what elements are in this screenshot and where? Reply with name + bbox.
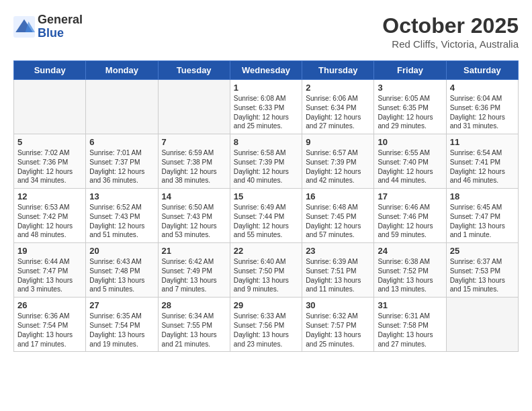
day-number: 20 xyxy=(89,246,154,256)
calendar-cell: 26Sunrise: 6:36 AM Sunset: 7:54 PM Dayli… xyxy=(14,298,86,352)
cell-text: Sunrise: 7:02 AM Sunset: 7:36 PM Dayligh… xyxy=(17,148,82,185)
day-number: 19 xyxy=(17,246,82,256)
cell-text: Sunrise: 6:35 AM Sunset: 7:54 PM Dayligh… xyxy=(89,312,154,349)
day-number: 28 xyxy=(162,300,226,310)
cell-text: Sunrise: 6:08 AM Sunset: 6:33 PM Dayligh… xyxy=(234,94,298,131)
calendar-cell: 6Sunrise: 7:01 AM Sunset: 7:37 PM Daylig… xyxy=(86,134,158,189)
calendar-cell: 5Sunrise: 7:02 AM Sunset: 7:36 PM Daylig… xyxy=(14,134,86,189)
day-number: 21 xyxy=(162,246,226,256)
day-number: 26 xyxy=(17,300,82,310)
day-number: 27 xyxy=(89,300,154,310)
calendar-week-row: 12Sunrise: 6:53 AM Sunset: 7:42 PM Dayli… xyxy=(14,189,519,243)
weekday-header-thursday: Thursday xyxy=(302,61,374,80)
calendar-cell: 10Sunrise: 6:55 AM Sunset: 7:40 PM Dayli… xyxy=(374,134,446,189)
logo: General Blue xyxy=(13,13,83,40)
day-number: 29 xyxy=(234,300,298,310)
weekday-header-sunday: Sunday xyxy=(14,61,86,80)
cell-text: Sunrise: 6:33 AM Sunset: 7:56 PM Dayligh… xyxy=(234,312,298,349)
cell-text: Sunrise: 6:57 AM Sunset: 7:39 PM Dayligh… xyxy=(306,148,370,185)
cell-text: Sunrise: 6:34 AM Sunset: 7:55 PM Dayligh… xyxy=(162,312,226,349)
day-number: 12 xyxy=(17,191,82,201)
calendar-cell: 2Sunrise: 6:06 AM Sunset: 6:34 PM Daylig… xyxy=(302,80,374,134)
cell-text: Sunrise: 6:36 AM Sunset: 7:54 PM Dayligh… xyxy=(17,312,82,349)
cell-text: Sunrise: 6:43 AM Sunset: 7:48 PM Dayligh… xyxy=(89,257,154,294)
weekday-header-row: SundayMondayTuesdayWednesdayThursdayFrid… xyxy=(14,61,519,80)
calendar-cell: 15Sunrise: 6:49 AM Sunset: 7:44 PM Dayli… xyxy=(230,189,302,243)
cell-text: Sunrise: 6:50 AM Sunset: 7:43 PM Dayligh… xyxy=(162,203,226,240)
day-number: 8 xyxy=(234,137,298,147)
day-number: 23 xyxy=(306,246,370,256)
cell-text: Sunrise: 6:48 AM Sunset: 7:45 PM Dayligh… xyxy=(306,203,370,240)
calendar-cell: 25Sunrise: 6:37 AM Sunset: 7:53 PM Dayli… xyxy=(446,243,518,298)
day-number: 3 xyxy=(378,83,442,93)
cell-text: Sunrise: 6:42 AM Sunset: 7:49 PM Dayligh… xyxy=(162,257,226,294)
calendar-cell: 1Sunrise: 6:08 AM Sunset: 6:33 PM Daylig… xyxy=(230,80,302,134)
weekday-header-saturday: Saturday xyxy=(446,61,518,80)
cell-text: Sunrise: 6:58 AM Sunset: 7:39 PM Dayligh… xyxy=(234,148,298,185)
calendar-cell xyxy=(158,80,230,134)
location: Red Cliffs, Victoria, Australia xyxy=(382,38,519,50)
cell-text: Sunrise: 6:59 AM Sunset: 7:38 PM Dayligh… xyxy=(162,148,226,185)
calendar-cell: 23Sunrise: 6:39 AM Sunset: 7:51 PM Dayli… xyxy=(302,243,374,298)
day-number: 14 xyxy=(162,191,226,201)
weekday-header-tuesday: Tuesday xyxy=(158,61,230,80)
page-header: General Blue October 2025 Red Cliffs, Vi… xyxy=(13,13,519,50)
calendar-cell: 17Sunrise: 6:46 AM Sunset: 7:46 PM Dayli… xyxy=(374,189,446,243)
calendar-cell xyxy=(86,80,158,134)
calendar-cell: 24Sunrise: 6:38 AM Sunset: 7:52 PM Dayli… xyxy=(374,243,446,298)
cell-text: Sunrise: 6:55 AM Sunset: 7:40 PM Dayligh… xyxy=(378,148,442,185)
calendar-cell xyxy=(446,298,518,352)
day-number: 24 xyxy=(378,246,442,256)
calendar-week-row: 5Sunrise: 7:02 AM Sunset: 7:36 PM Daylig… xyxy=(14,134,519,189)
day-number: 15 xyxy=(234,191,298,201)
calendar-cell: 28Sunrise: 6:34 AM Sunset: 7:55 PM Dayli… xyxy=(158,298,230,352)
weekday-header-friday: Friday xyxy=(374,61,446,80)
calendar-table: SundayMondayTuesdayWednesdayThursdayFrid… xyxy=(13,60,519,352)
day-number: 25 xyxy=(450,246,515,256)
calendar-cell: 27Sunrise: 6:35 AM Sunset: 7:54 PM Dayli… xyxy=(86,298,158,352)
cell-text: Sunrise: 6:53 AM Sunset: 7:42 PM Dayligh… xyxy=(17,203,82,240)
calendar-cell: 9Sunrise: 6:57 AM Sunset: 7:39 PM Daylig… xyxy=(302,134,374,189)
calendar-cell: 4Sunrise: 6:04 AM Sunset: 6:36 PM Daylig… xyxy=(446,80,518,134)
calendar-cell: 21Sunrise: 6:42 AM Sunset: 7:49 PM Dayli… xyxy=(158,243,230,298)
cell-text: Sunrise: 6:54 AM Sunset: 7:41 PM Dayligh… xyxy=(450,148,515,185)
cell-text: Sunrise: 6:44 AM Sunset: 7:47 PM Dayligh… xyxy=(17,257,82,294)
day-number: 4 xyxy=(450,83,515,93)
day-number: 17 xyxy=(378,191,442,201)
day-number: 9 xyxy=(306,137,370,147)
calendar-cell: 12Sunrise: 6:53 AM Sunset: 7:42 PM Dayli… xyxy=(14,189,86,243)
calendar-cell: 14Sunrise: 6:50 AM Sunset: 7:43 PM Dayli… xyxy=(158,189,230,243)
day-number: 16 xyxy=(306,191,370,201)
day-number: 1 xyxy=(234,83,298,93)
calendar-cell: 29Sunrise: 6:33 AM Sunset: 7:56 PM Dayli… xyxy=(230,298,302,352)
cell-text: Sunrise: 6:04 AM Sunset: 6:36 PM Dayligh… xyxy=(450,94,515,131)
day-number: 6 xyxy=(89,137,154,147)
day-number: 5 xyxy=(17,137,82,147)
day-number: 18 xyxy=(450,191,515,201)
cell-text: Sunrise: 6:49 AM Sunset: 7:44 PM Dayligh… xyxy=(234,203,298,240)
cell-text: Sunrise: 6:31 AM Sunset: 7:58 PM Dayligh… xyxy=(378,312,442,349)
logo-general: General xyxy=(38,13,83,27)
cell-text: Sunrise: 6:39 AM Sunset: 7:51 PM Dayligh… xyxy=(306,257,370,294)
day-number: 10 xyxy=(378,137,442,147)
logo-blue: Blue xyxy=(38,27,83,40)
calendar-cell: 30Sunrise: 6:32 AM Sunset: 7:57 PM Dayli… xyxy=(302,298,374,352)
day-number: 2 xyxy=(306,83,370,93)
logo-text: General Blue xyxy=(38,13,83,40)
calendar-cell: 3Sunrise: 6:05 AM Sunset: 6:35 PM Daylig… xyxy=(374,80,446,134)
calendar-cell: 13Sunrise: 6:52 AM Sunset: 7:43 PM Dayli… xyxy=(86,189,158,243)
calendar-cell: 8Sunrise: 6:58 AM Sunset: 7:39 PM Daylig… xyxy=(230,134,302,189)
cell-text: Sunrise: 6:37 AM Sunset: 7:53 PM Dayligh… xyxy=(450,257,515,294)
title-block: October 2025 Red Cliffs, Victoria, Austr… xyxy=(382,13,519,50)
calendar-cell: 18Sunrise: 6:45 AM Sunset: 7:47 PM Dayli… xyxy=(446,189,518,243)
calendar-week-row: 26Sunrise: 6:36 AM Sunset: 7:54 PM Dayli… xyxy=(14,298,519,352)
day-number: 7 xyxy=(162,137,226,147)
day-number: 31 xyxy=(378,300,442,310)
calendar-cell: 20Sunrise: 6:43 AM Sunset: 7:48 PM Dayli… xyxy=(86,243,158,298)
month-year: October 2025 xyxy=(382,13,519,38)
logo-icon xyxy=(13,16,35,38)
cell-text: Sunrise: 6:38 AM Sunset: 7:52 PM Dayligh… xyxy=(378,257,442,294)
weekday-header-wednesday: Wednesday xyxy=(230,61,302,80)
day-number: 22 xyxy=(234,246,298,256)
calendar-week-row: 1Sunrise: 6:08 AM Sunset: 6:33 PM Daylig… xyxy=(14,80,519,134)
